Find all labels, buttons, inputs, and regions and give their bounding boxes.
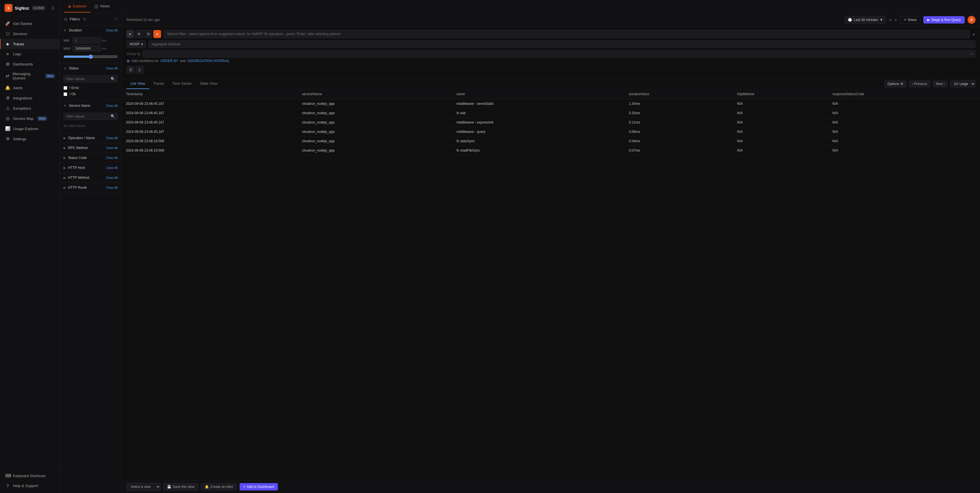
- http-route-expand-arrow: ▶: [64, 186, 66, 190]
- status-code-clear-all-button[interactable]: Clear All: [106, 156, 118, 160]
- filter-section-http-route-header[interactable]: ▶ HTTP Route Clear All: [60, 183, 122, 192]
- keyboard-shortcuts-icon: ⌨: [5, 473, 10, 478]
- table-row[interactable]: 2024-09-08 23:46:19.569 cloudrun_nodejs_…: [122, 146, 980, 155]
- sidebar-item-traces[interactable]: ◈ Traces: [0, 39, 59, 49]
- service-name-no-data: No data found: [64, 122, 118, 130]
- sidebar-item-alerts[interactable]: 🔔 Alerts: [0, 83, 59, 93]
- filter-section-duration-header[interactable]: ▼ Duration Clear All: [60, 25, 122, 35]
- aggregate-attribute-input[interactable]: [148, 41, 975, 48]
- col-header-response-status-code: responseStatusCode: [829, 89, 980, 99]
- filter-section-http-host-header[interactable]: ▶ HTTP Host Clear All: [60, 163, 122, 173]
- time-selector[interactable]: 🕐 Last 30 minutes ▼: [845, 16, 886, 24]
- options-button[interactable]: Options ⚙: [885, 80, 907, 87]
- table-row[interactable]: 2024-09-08 23:46:45.167 cloudrun_nodejs_…: [122, 118, 980, 127]
- query-copy-icon-button[interactable]: ⧉: [145, 30, 152, 38]
- add-to-dashboard-button[interactable]: + Add to Dashboard: [240, 483, 278, 490]
- table-row[interactable]: 2024-09-08 23:46:45.167 cloudrun_nodejs_…: [122, 99, 980, 108]
- group-by-input[interactable]: ▾: [143, 50, 975, 57]
- tab-views[interactable]: ◫ Views: [91, 0, 113, 13]
- service-name-clear-all-button[interactable]: Clear All: [106, 104, 118, 108]
- create-alert-icon: 🔔: [205, 485, 209, 489]
- status-error-label[interactable]: ! Error: [70, 86, 79, 90]
- filter-section-status-header[interactable]: ▼ Status Clear All: [60, 63, 122, 73]
- share-button[interactable]: ↗ Share: [900, 16, 920, 24]
- filter-collapse-button[interactable]: ⊣: [113, 16, 117, 22]
- stage-run-query-button[interactable]: ▶ Stage & Run Query: [923, 16, 965, 24]
- filter-section-http-method-header[interactable]: ▶ HTTP Method Clear All: [60, 173, 122, 182]
- sidebar-item-integrations[interactable]: ⚙ Integrations: [0, 93, 59, 103]
- http-method-clear-all-button[interactable]: Clear All: [106, 176, 118, 179]
- refresh-options-button[interactable]: ▾: [895, 18, 897, 22]
- table-row[interactable]: 2024-09-08 23:46:19.569 cloudrun_nodejs_…: [122, 136, 980, 146]
- rpc-method-clear-all-button[interactable]: Clear All: [106, 146, 118, 150]
- duration-min-input[interactable]: [73, 37, 101, 44]
- cell-duration-nano: 0.04ms: [625, 136, 733, 146]
- aggregation-interval-link[interactable]: AGGREGATION INTERVAL: [188, 59, 230, 63]
- query-search-input[interactable]: [163, 30, 970, 38]
- tab-list-view[interactable]: List View: [126, 78, 149, 89]
- add-conditions-plus-icon: ⊕: [126, 59, 130, 63]
- status-clear-all-button[interactable]: Clear All: [106, 67, 118, 70]
- tab-explorer[interactable]: ◈ Explorer: [64, 0, 91, 13]
- tab-time-series[interactable]: Time Series: [168, 78, 196, 89]
- filter-refresh-icon[interactable]: ↻: [83, 17, 86, 22]
- status-search-icon[interactable]: 🔍: [111, 77, 115, 81]
- table-body: 2024-09-08 23:46:45.167 cloudrun_nodejs_…: [122, 99, 980, 155]
- save-view-button[interactable]: 💾 Save this view: [163, 483, 198, 490]
- order-by-link[interactable]: ORDER BY: [161, 59, 178, 63]
- duration-max-input[interactable]: [73, 45, 101, 52]
- table-row[interactable]: 2024-09-08 23:46:45.167 cloudrun_nodejs_…: [122, 127, 980, 136]
- cell-http-method: N/A: [733, 136, 829, 146]
- operation-name-clear-all-button[interactable]: Clear All: [106, 136, 118, 139]
- col-header-service-name: serviceName: [298, 89, 453, 99]
- stage-run-label: Stage & Run Query: [931, 18, 961, 22]
- user-avatar[interactable]: A: [967, 16, 975, 24]
- refresh-button[interactable]: ↻: [889, 18, 892, 22]
- previous-button[interactable]: ‹ Previous: [909, 81, 931, 87]
- sidebar-item-logs[interactable]: ≡ Logs: [0, 49, 59, 59]
- sidebar-item-dashboards[interactable]: ⊞ Dashboards: [0, 59, 59, 69]
- sidebar-item-keyboard-shortcuts[interactable]: ⌨ Keyboard Shortcuts: [0, 471, 59, 481]
- service-name-search-icon[interactable]: 🔍: [111, 114, 115, 119]
- view-tabs: List View Traces Time Series Table View …: [122, 78, 980, 89]
- viz-sigma-button[interactable]: Σ: [136, 66, 143, 74]
- status-ok-label[interactable]: ! Ok: [70, 92, 76, 96]
- query-type-button[interactable]: A: [153, 30, 161, 38]
- sidebar-item-get-started[interactable]: 🚀 Get Started: [0, 18, 59, 29]
- sidebar-item-service-map[interactable]: ◎ Service Map Beta: [0, 113, 59, 124]
- filter-section-rpc-method-header[interactable]: ▶ RPC Method Clear All: [60, 143, 122, 153]
- aggregate-function-select[interactable]: NOOP ▾: [126, 41, 146, 48]
- sidebar-item-exceptions[interactable]: ⚠ Exceptions: [0, 103, 59, 113]
- select-view-select[interactable]: Select a view: [126, 483, 161, 491]
- sidebar-item-usage-explorer[interactable]: 📊 Usage Explorer: [0, 124, 59, 134]
- query-down-icon-button[interactable]: ▾: [126, 30, 134, 38]
- page-size-select[interactable]: 10 / page 25 / page 50 / page: [950, 80, 975, 87]
- sidebar-item-messaging-queues[interactable]: ⇄ Messaging Queues Beta: [0, 69, 59, 83]
- share-icon: ↗: [904, 18, 906, 22]
- viz-list-button[interactable]: ☰: [126, 66, 135, 74]
- sidebar-item-help-support[interactable]: ? Help & Support: [0, 481, 59, 491]
- duration-clear-all-button[interactable]: Clear All: [106, 29, 118, 32]
- sidebar-item-services[interactable]: ⬡ Services: [0, 29, 59, 39]
- filter-section-status-code-header[interactable]: ▶ Status Code Clear All: [60, 153, 122, 163]
- col-header-timestamp: Timestamp: [122, 89, 298, 99]
- table-row[interactable]: 2024-09-08 23:46:45.167 cloudrun_nodejs_…: [122, 108, 980, 118]
- traces-icon: ◈: [5, 41, 10, 46]
- sidebar-item-settings[interactable]: ⚙ Settings: [0, 134, 59, 144]
- sidebar-toggle-button[interactable]: ☰: [51, 6, 55, 10]
- http-host-clear-all-button[interactable]: Clear All: [106, 166, 118, 170]
- create-alert-button[interactable]: 🔔 Create an Alert: [201, 483, 237, 490]
- service-name-filter-input[interactable]: [66, 114, 111, 119]
- filter-section-service-name-header[interactable]: ▼ Service Name Clear All: [60, 101, 122, 111]
- filter-section-operation-name-header[interactable]: ▶ Operation / Name Clear All: [60, 133, 122, 143]
- tab-table-view[interactable]: Table View: [196, 78, 221, 89]
- http-route-clear-all-button[interactable]: Clear All: [106, 186, 118, 189]
- status-filter-input[interactable]: [66, 77, 111, 81]
- query-eye-icon-button[interactable]: 👁: [135, 30, 143, 38]
- tab-traces[interactable]: Traces: [149, 78, 168, 89]
- duration-range-slider[interactable]: [64, 54, 118, 59]
- sidebar-item-label: Logs: [13, 52, 21, 56]
- next-button[interactable]: Next ›: [933, 81, 948, 87]
- status-ok-checkbox[interactable]: [64, 92, 67, 96]
- status-error-checkbox[interactable]: [64, 86, 67, 90]
